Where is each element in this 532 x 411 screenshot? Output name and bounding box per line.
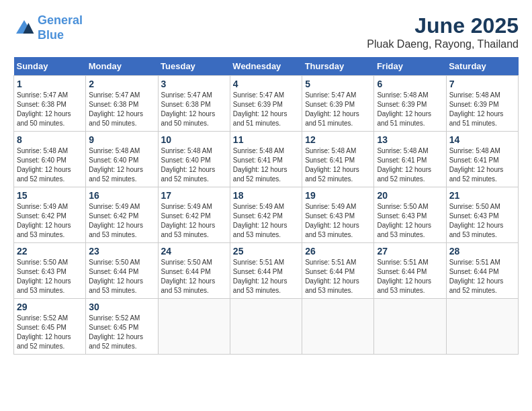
header-saturday: Saturday bbox=[446, 57, 518, 76]
calendar-cell: 10 Sunrise: 5:48 AM Sunset: 6:40 PM Dayl… bbox=[158, 132, 230, 187]
header-sunday: Sunday bbox=[14, 57, 86, 76]
day-number: 10 bbox=[161, 134, 227, 145]
day-info: Sunrise: 5:47 AM Sunset: 6:38 PM Dayligh… bbox=[17, 91, 83, 128]
day-number: 14 bbox=[449, 134, 515, 145]
calendar-cell bbox=[230, 299, 302, 355]
day-number: 26 bbox=[305, 246, 371, 257]
day-info: Sunrise: 5:50 AM Sunset: 6:43 PM Dayligh… bbox=[17, 258, 83, 295]
calendar-cell: 17 Sunrise: 5:49 AM Sunset: 6:42 PM Dayl… bbox=[158, 187, 230, 243]
day-number: 29 bbox=[17, 302, 83, 312]
calendar-cell: 25 Sunrise: 5:51 AM Sunset: 6:44 PM Dayl… bbox=[230, 243, 302, 299]
day-number: 18 bbox=[233, 190, 299, 201]
calendar-cell bbox=[374, 299, 446, 355]
day-number: 24 bbox=[161, 246, 227, 257]
day-number: 25 bbox=[233, 246, 299, 257]
calendar-cell: 12 Sunrise: 5:48 AM Sunset: 6:41 PM Dayl… bbox=[302, 132, 374, 187]
calendar-week-row: 22 Sunrise: 5:50 AM Sunset: 6:43 PM Dayl… bbox=[14, 243, 519, 299]
calendar-cell: 4 Sunrise: 5:47 AM Sunset: 6:39 PM Dayli… bbox=[230, 76, 302, 132]
day-info: Sunrise: 5:52 AM Sunset: 6:45 PM Dayligh… bbox=[17, 314, 83, 351]
day-info: Sunrise: 5:47 AM Sunset: 6:39 PM Dayligh… bbox=[305, 91, 371, 128]
calendar-cell: 3 Sunrise: 5:47 AM Sunset: 6:38 PM Dayli… bbox=[158, 76, 230, 132]
day-number: 21 bbox=[449, 190, 515, 201]
day-info: Sunrise: 5:49 AM Sunset: 6:42 PM Dayligh… bbox=[17, 202, 83, 240]
header-thursday: Thursday bbox=[302, 57, 374, 76]
day-number: 12 bbox=[305, 134, 371, 145]
day-info: Sunrise: 5:48 AM Sunset: 6:41 PM Dayligh… bbox=[449, 146, 515, 184]
day-info: Sunrise: 5:47 AM Sunset: 6:38 PM Dayligh… bbox=[89, 91, 154, 128]
day-number: 4 bbox=[233, 79, 299, 89]
calendar-cell: 19 Sunrise: 5:49 AM Sunset: 6:43 PM Dayl… bbox=[302, 187, 374, 243]
day-info: Sunrise: 5:48 AM Sunset: 6:41 PM Dayligh… bbox=[233, 146, 299, 184]
day-info: Sunrise: 5:47 AM Sunset: 6:39 PM Dayligh… bbox=[233, 91, 299, 128]
calendar-week-row: 29 Sunrise: 5:52 AM Sunset: 6:45 PM Dayl… bbox=[14, 299, 519, 355]
day-info: Sunrise: 5:49 AM Sunset: 6:42 PM Dayligh… bbox=[161, 202, 227, 240]
header-friday: Friday bbox=[374, 57, 446, 76]
calendar-cell: 6 Sunrise: 5:48 AM Sunset: 6:39 PM Dayli… bbox=[374, 76, 446, 132]
page-header: General Blue June 2025 Pluak Daeng, Rayo… bbox=[13, 13, 519, 50]
calendar-week-row: 1 Sunrise: 5:47 AM Sunset: 6:38 PM Dayli… bbox=[14, 76, 519, 132]
calendar-cell: 5 Sunrise: 5:47 AM Sunset: 6:39 PM Dayli… bbox=[302, 76, 374, 132]
day-number: 23 bbox=[89, 246, 154, 257]
calendar-table: SundayMondayTuesdayWednesdayThursdayFrid… bbox=[13, 57, 519, 355]
day-info: Sunrise: 5:48 AM Sunset: 6:40 PM Dayligh… bbox=[89, 146, 154, 184]
day-info: Sunrise: 5:48 AM Sunset: 6:40 PM Dayligh… bbox=[161, 146, 227, 184]
day-number: 6 bbox=[377, 79, 443, 89]
calendar-cell: 28 Sunrise: 5:51 AM Sunset: 6:44 PM Dayl… bbox=[446, 243, 518, 299]
day-number: 8 bbox=[17, 134, 83, 145]
day-info: Sunrise: 5:51 AM Sunset: 6:44 PM Dayligh… bbox=[377, 258, 443, 295]
calendar-cell: 29 Sunrise: 5:52 AM Sunset: 6:45 PM Dayl… bbox=[14, 299, 86, 355]
calendar-cell: 26 Sunrise: 5:51 AM Sunset: 6:44 PM Dayl… bbox=[302, 243, 374, 299]
calendar-cell: 21 Sunrise: 5:50 AM Sunset: 6:43 PM Dayl… bbox=[446, 187, 518, 243]
day-number: 5 bbox=[305, 79, 371, 89]
day-number: 1 bbox=[17, 79, 83, 89]
day-info: Sunrise: 5:51 AM Sunset: 6:44 PM Dayligh… bbox=[305, 258, 371, 295]
logo-text: General Blue bbox=[38, 13, 83, 42]
calendar-cell: 1 Sunrise: 5:47 AM Sunset: 6:38 PM Dayli… bbox=[14, 76, 86, 132]
calendar-cell bbox=[446, 299, 518, 355]
calendar-cell: 22 Sunrise: 5:50 AM Sunset: 6:43 PM Dayl… bbox=[14, 243, 86, 299]
calendar-cell: 18 Sunrise: 5:49 AM Sunset: 6:42 PM Dayl… bbox=[230, 187, 302, 243]
calendar-cell bbox=[302, 299, 374, 355]
day-info: Sunrise: 5:49 AM Sunset: 6:43 PM Dayligh… bbox=[305, 202, 371, 240]
day-info: Sunrise: 5:51 AM Sunset: 6:44 PM Dayligh… bbox=[233, 258, 299, 295]
calendar-week-row: 8 Sunrise: 5:48 AM Sunset: 6:40 PM Dayli… bbox=[14, 132, 519, 187]
day-info: Sunrise: 5:48 AM Sunset: 6:40 PM Dayligh… bbox=[17, 146, 83, 184]
header-monday: Monday bbox=[86, 57, 158, 76]
calendar-cell: 30 Sunrise: 5:52 AM Sunset: 6:45 PM Dayl… bbox=[86, 299, 158, 355]
day-info: Sunrise: 5:50 AM Sunset: 6:44 PM Dayligh… bbox=[161, 258, 227, 295]
day-number: 20 bbox=[377, 190, 443, 201]
calendar-cell: 13 Sunrise: 5:48 AM Sunset: 6:41 PM Dayl… bbox=[374, 132, 446, 187]
calendar-cell: 15 Sunrise: 5:49 AM Sunset: 6:42 PM Dayl… bbox=[14, 187, 86, 243]
day-number: 22 bbox=[17, 246, 83, 257]
calendar-cell: 9 Sunrise: 5:48 AM Sunset: 6:40 PM Dayli… bbox=[86, 132, 158, 187]
day-info: Sunrise: 5:48 AM Sunset: 6:39 PM Dayligh… bbox=[377, 91, 443, 128]
day-info: Sunrise: 5:50 AM Sunset: 6:43 PM Dayligh… bbox=[449, 202, 515, 240]
day-number: 30 bbox=[89, 302, 154, 312]
location-title: Pluak Daeng, Rayong, Thailand bbox=[367, 38, 519, 50]
calendar-cell: 23 Sunrise: 5:50 AM Sunset: 6:44 PM Dayl… bbox=[86, 243, 158, 299]
calendar-cell: 8 Sunrise: 5:48 AM Sunset: 6:40 PM Dayli… bbox=[14, 132, 86, 187]
calendar-cell: 2 Sunrise: 5:47 AM Sunset: 6:38 PM Dayli… bbox=[86, 76, 158, 132]
calendar-cell: 20 Sunrise: 5:50 AM Sunset: 6:43 PM Dayl… bbox=[374, 187, 446, 243]
day-info: Sunrise: 5:49 AM Sunset: 6:42 PM Dayligh… bbox=[233, 202, 299, 240]
day-number: 9 bbox=[89, 134, 154, 145]
month-title: June 2025 bbox=[367, 13, 519, 38]
calendar-cell: 24 Sunrise: 5:50 AM Sunset: 6:44 PM Dayl… bbox=[158, 243, 230, 299]
calendar-cell: 27 Sunrise: 5:51 AM Sunset: 6:44 PM Dayl… bbox=[374, 243, 446, 299]
day-info: Sunrise: 5:50 AM Sunset: 6:44 PM Dayligh… bbox=[89, 258, 154, 295]
day-number: 7 bbox=[449, 79, 515, 89]
day-number: 11 bbox=[233, 134, 299, 145]
day-number: 2 bbox=[89, 79, 154, 89]
day-number: 28 bbox=[449, 246, 515, 257]
header-tuesday: Tuesday bbox=[158, 57, 230, 76]
day-info: Sunrise: 5:51 AM Sunset: 6:44 PM Dayligh… bbox=[449, 258, 515, 295]
day-info: Sunrise: 5:47 AM Sunset: 6:38 PM Dayligh… bbox=[161, 91, 227, 128]
calendar-cell: 11 Sunrise: 5:48 AM Sunset: 6:41 PM Dayl… bbox=[230, 132, 302, 187]
day-number: 19 bbox=[305, 190, 371, 201]
day-info: Sunrise: 5:52 AM Sunset: 6:45 PM Dayligh… bbox=[89, 314, 154, 351]
day-info: Sunrise: 5:48 AM Sunset: 6:41 PM Dayligh… bbox=[377, 146, 443, 184]
logo-icon bbox=[13, 17, 35, 39]
header-wednesday: Wednesday bbox=[230, 57, 302, 76]
day-info: Sunrise: 5:50 AM Sunset: 6:43 PM Dayligh… bbox=[377, 202, 443, 240]
calendar-header-row: SundayMondayTuesdayWednesdayThursdayFrid… bbox=[14, 57, 519, 76]
